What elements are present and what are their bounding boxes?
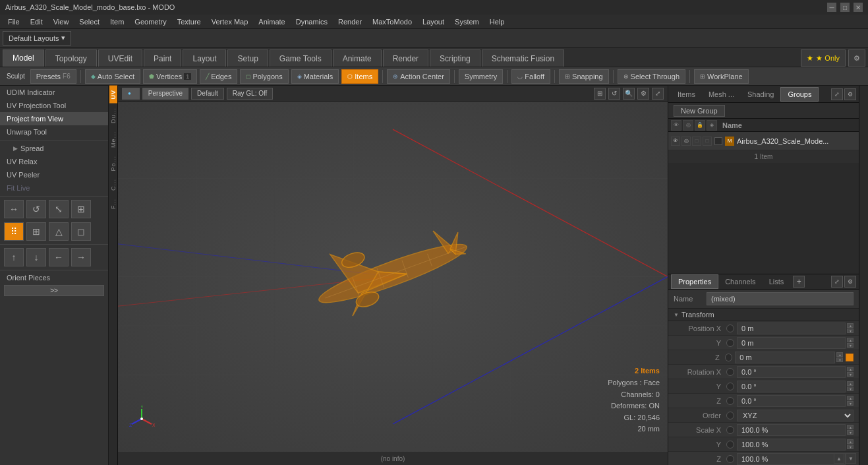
tool-icon-down[interactable]: ↓ xyxy=(26,248,46,266)
rp-tab-shading[interactable]: Shading xyxy=(741,87,780,102)
tool-icon-tri[interactable]: △ xyxy=(49,222,69,241)
props-scale-z-circle[interactable] xyxy=(726,455,734,463)
props-expand-btn[interactable]: ⤢ xyxy=(831,276,843,288)
viewport-icon-grid[interactable]: ⊞ xyxy=(594,88,606,100)
minimize-button[interactable]: ─ xyxy=(827,3,836,12)
props-rotation-z-up[interactable]: ▴ xyxy=(847,396,854,400)
viewport-perspective-dot[interactable]: ● xyxy=(122,88,140,100)
tab-render[interactable]: Render xyxy=(383,49,428,67)
r-vert-tab-1[interactable] xyxy=(863,86,865,94)
props-scale-y-circle[interactable] xyxy=(726,441,734,449)
tab-setup[interactable]: Setup xyxy=(227,49,268,67)
tab-layout[interactable]: Layout xyxy=(183,49,226,67)
item-lock-icon[interactable]: □ xyxy=(692,137,701,146)
menu-vertex-map[interactable]: Vertex Map xyxy=(206,15,254,29)
rp-expand-icon[interactable]: ⤢ xyxy=(831,88,843,100)
item-solo-icon[interactable]: □ xyxy=(703,137,712,146)
props-position-z-input[interactable] xyxy=(735,352,835,363)
props-order-select[interactable]: XYZ xyxy=(737,410,854,421)
menu-help[interactable]: Help xyxy=(484,15,510,29)
maximize-button[interactable]: □ xyxy=(840,3,850,12)
tool-icon-grid2[interactable]: ⊞ xyxy=(26,222,46,241)
props-rotation-z-circle[interactable] xyxy=(726,397,734,405)
props-rotation-y-up[interactable]: ▴ xyxy=(847,381,854,386)
tool-icon-move[interactable]: ↔ xyxy=(4,200,24,218)
props-rotation-z-dn[interactable]: ▾ xyxy=(847,401,854,406)
tool-icon-box[interactable]: ◻ xyxy=(71,222,91,241)
symmetry-button[interactable]: Symmetry xyxy=(459,69,504,84)
new-group-button[interactable]: New Group xyxy=(674,105,725,117)
materials-button[interactable]: ◈ Materials xyxy=(291,69,339,84)
vert-tab-c[interactable]: C... xyxy=(109,175,117,195)
tab-scripting[interactable]: Scripting xyxy=(430,49,480,67)
props-position-x-input[interactable] xyxy=(737,323,846,334)
props-settings-btn[interactable]: ⚙ xyxy=(844,276,856,288)
props-position-x-circle[interactable] xyxy=(726,325,734,332)
menu-file[interactable]: File xyxy=(3,15,25,29)
vert-tab-me[interactable]: Me... xyxy=(109,127,117,152)
sidebar-item-uvrelax[interactable]: UV Relax xyxy=(0,155,108,168)
viewport-icon-zoom[interactable]: 🔍 xyxy=(623,88,635,100)
props-scale-x-up[interactable]: ▴ xyxy=(847,425,854,429)
props-position-z-up[interactable]: ▴ xyxy=(836,352,843,357)
props-rotation-x-dn[interactable]: ▾ xyxy=(847,372,854,377)
gear-button[interactable]: ⚙ xyxy=(848,49,865,67)
tool-icon-rotate[interactable]: ↺ xyxy=(26,200,46,218)
sidebar-item-fitlive[interactable]: Fit Live xyxy=(0,181,108,195)
props-scroll-dn-btn[interactable]: ▼ xyxy=(846,453,856,464)
polygons-button[interactable]: ◻ Polygons xyxy=(240,69,288,84)
presets-button[interactable]: Presets F6 xyxy=(30,69,76,84)
tab-game-tools[interactable]: Game Tools xyxy=(270,49,332,67)
sidebar-item-unwrap[interactable]: Unwrap Tool xyxy=(0,125,108,139)
props-position-y-circle[interactable] xyxy=(726,339,734,347)
props-order-circle[interactable] xyxy=(726,412,734,419)
menu-view[interactable]: View xyxy=(48,15,74,29)
falloff-button[interactable]: ◡ Falloff xyxy=(511,69,550,84)
autoselect-button[interactable]: ◆ Auto Select xyxy=(85,69,140,84)
tool-icon-transform[interactable]: ⊞ xyxy=(71,200,91,218)
tab-schematic-fusion[interactable]: Schematic Fusion xyxy=(482,49,564,67)
vert-tab-du[interactable]: Du... xyxy=(109,104,117,127)
item-render-icon[interactable]: ◎ xyxy=(681,137,691,146)
viewport-icon-expand[interactable]: ⤢ xyxy=(652,88,664,100)
props-scale-x-input[interactable] xyxy=(737,424,846,436)
viewport-icon-rotate[interactable]: ↺ xyxy=(608,88,620,100)
props-scale-x-circle[interactable] xyxy=(726,426,734,434)
menu-system[interactable]: System xyxy=(449,15,484,29)
menu-select[interactable]: Select xyxy=(74,15,105,29)
item-row-airplane[interactable]: 👁 ◎ □ □ M Airbus_A320_Scale_Mode... xyxy=(668,132,859,150)
props-position-z-circle[interactable] xyxy=(725,354,733,361)
props-scale-x-dn[interactable]: ▾ xyxy=(847,430,854,435)
action-center-button[interactable]: ⊕ Action Center xyxy=(387,69,450,84)
sidebar-item-uvprojection[interactable]: UV Projection Tool xyxy=(0,99,108,112)
tab-paint[interactable]: Paint xyxy=(144,49,181,67)
menu-maxtomodo[interactable]: MaxToModo xyxy=(367,15,417,29)
menu-render[interactable]: Render xyxy=(333,15,367,29)
menu-dynamics[interactable]: Dynamics xyxy=(291,15,333,29)
props-rotation-y-circle[interactable] xyxy=(726,383,734,390)
edges-button[interactable]: ╱ Edges xyxy=(200,69,237,84)
props-position-x-up[interactable]: ▴ xyxy=(847,323,854,328)
props-scale-y-input[interactable] xyxy=(737,439,846,450)
props-scale-y-up[interactable]: ▴ xyxy=(847,439,854,444)
workplane-button[interactable]: ⊞ WorkPlane xyxy=(694,69,749,84)
props-scroll-up-btn[interactable]: ▲ xyxy=(834,453,844,464)
props-position-x-dn[interactable]: ▾ xyxy=(847,328,854,333)
viewport-icon-settings[interactable]: ⚙ xyxy=(637,88,649,100)
rp-tab-mesh[interactable]: Mesh ... xyxy=(702,87,741,102)
items-button[interactable]: ⬡ Items xyxy=(341,69,378,84)
tool-icon-right[interactable]: → xyxy=(71,248,91,266)
items-col-render-icon[interactable]: ◎ xyxy=(683,120,693,131)
props-rotation-x-input[interactable] xyxy=(737,366,846,378)
viewport[interactable]: ● Perspective Default Ray GL: Off ⊞ ↺ 🔍 … xyxy=(118,86,668,465)
menu-texture[interactable]: Texture xyxy=(172,15,206,29)
props-rotation-x-circle[interactable] xyxy=(726,368,734,376)
props-name-input[interactable] xyxy=(707,292,854,305)
items-col-solo-icon[interactable]: ◈ xyxy=(707,120,717,131)
viewport-canvas[interactable]: X Z Y 2 Items Polygons : Face Channels: … xyxy=(118,102,668,452)
tab-model[interactable]: Model xyxy=(3,49,44,67)
tab-uvedit[interactable]: UVEdit xyxy=(98,49,142,67)
sidebar-item-uvpeeler[interactable]: UV Peeler xyxy=(0,168,108,181)
props-scale-z-input[interactable] xyxy=(737,453,846,465)
vert-tab-f[interactable]: F... xyxy=(109,195,117,213)
